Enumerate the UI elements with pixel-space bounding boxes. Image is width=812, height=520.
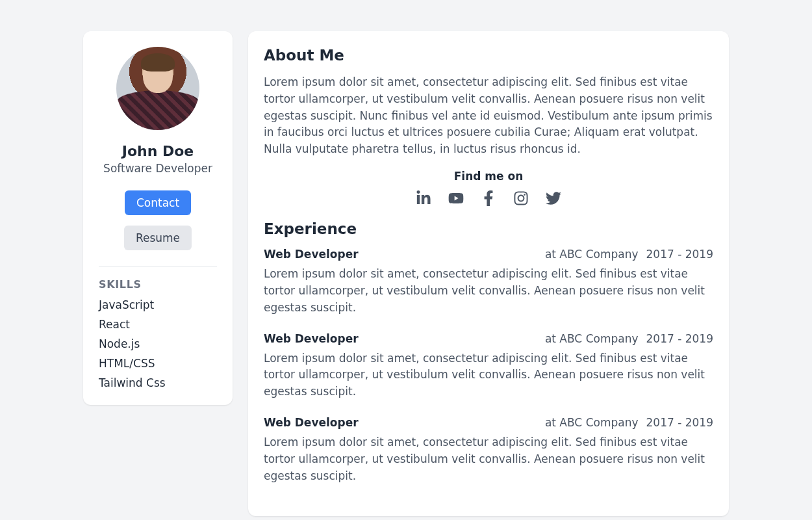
experience-role: Web Developer — [264, 332, 359, 345]
contact-button[interactable]: Contact — [125, 190, 191, 215]
linkedin-icon — [416, 190, 431, 206]
experience-description: Lorem ipsum dolor sit amet, consectetur … — [264, 434, 713, 484]
page-container: John Doe Software Developer Contact Resu… — [0, 0, 812, 520]
youtube-link[interactable] — [448, 190, 464, 206]
skill-item: React — [99, 318, 217, 331]
experience-item: Web Developer at ABC Company 2017 - 2019… — [264, 248, 713, 316]
experience-item: Web Developer at ABC Company 2017 - 2019… — [264, 332, 713, 400]
social-links-row — [264, 190, 713, 206]
profile-name: John Doe — [122, 143, 194, 159]
sidebar-divider — [99, 266, 217, 266]
experience-header: Web Developer at ABC Company 2017 - 2019 — [264, 416, 713, 429]
experience-header: Web Developer at ABC Company 2017 - 2019 — [264, 248, 713, 261]
skill-item: Node.js — [99, 337, 217, 350]
experience-company: at ABC Company — [545, 248, 639, 261]
skills-list: JavaScript React Node.js HTML/CSS Tailwi… — [99, 298, 217, 389]
profile-title: Software Developer — [103, 162, 212, 175]
twitter-icon — [546, 190, 561, 206]
linkedin-link[interactable] — [416, 190, 431, 206]
experience-header: Web Developer at ABC Company 2017 - 2019 — [264, 332, 713, 345]
experience-role: Web Developer — [264, 248, 359, 261]
twitter-link[interactable] — [546, 190, 561, 206]
experience-dates: 2017 - 2019 — [646, 332, 713, 345]
find-me-heading: Find me on — [264, 170, 713, 183]
youtube-icon — [448, 190, 464, 206]
resume-button[interactable]: Resume — [124, 226, 192, 250]
about-heading: About Me — [264, 47, 713, 64]
facebook-icon — [481, 190, 496, 206]
skill-item: Tailwind Css — [99, 376, 217, 389]
skill-item: HTML/CSS — [99, 357, 217, 370]
main-card: About Me Lorem ipsum dolor sit amet, con… — [248, 31, 729, 516]
experience-company: at ABC Company — [545, 416, 639, 429]
experience-heading: Experience — [264, 220, 713, 237]
skills-heading: SKILLS — [99, 278, 142, 291]
experience-description: Lorem ipsum dolor sit amet, consectetur … — [264, 350, 713, 400]
instagram-icon — [513, 190, 529, 206]
about-text: Lorem ipsum dolor sit amet, consectetur … — [264, 74, 713, 158]
experience-role: Web Developer — [264, 416, 359, 429]
facebook-link[interactable] — [481, 190, 496, 206]
experience-item: Web Developer at ABC Company 2017 - 2019… — [264, 416, 713, 484]
sidebar-button-group: Contact Resume — [124, 190, 192, 250]
experience-company: at ABC Company — [545, 332, 639, 345]
experience-dates: 2017 - 2019 — [646, 416, 713, 429]
sidebar-card: John Doe Software Developer Contact Resu… — [83, 31, 233, 405]
experience-description: Lorem ipsum dolor sit amet, consectetur … — [264, 266, 713, 316]
experience-dates: 2017 - 2019 — [646, 248, 713, 261]
instagram-link[interactable] — [513, 190, 529, 206]
skill-item: JavaScript — [99, 298, 217, 311]
avatar — [116, 47, 199, 130]
